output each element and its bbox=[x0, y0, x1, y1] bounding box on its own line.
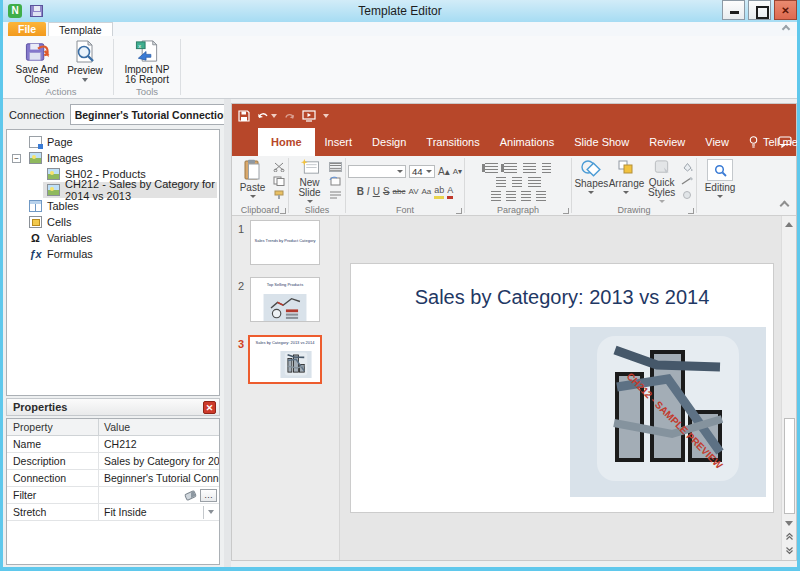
tree-item-tables[interactable]: Tables bbox=[7, 198, 219, 214]
actions-group: Save And Close Preview Actions bbox=[9, 36, 113, 98]
justify-icon[interactable] bbox=[536, 191, 546, 201]
tab-slide-show[interactable]: Slide Show bbox=[564, 128, 639, 156]
quick-styles-button[interactable]: Quick Styles bbox=[644, 159, 679, 203]
property-cell: Name bbox=[7, 436, 99, 452]
table-row-description[interactable]: Description Sales by Category for 2014 v… bbox=[7, 453, 219, 470]
paste-button[interactable]: Paste bbox=[234, 159, 271, 203]
ribbon-collapse-chevron-icon[interactable] bbox=[782, 25, 790, 33]
character-spacing-button[interactable]: AV bbox=[408, 186, 418, 198]
shape-fill-icon[interactable] bbox=[681, 162, 694, 172]
slide-thumbnail-2[interactable]: Top Selling Products bbox=[250, 277, 320, 322]
editing-button[interactable]: Editing bbox=[700, 159, 740, 203]
line-spacing-icon[interactable] bbox=[523, 163, 536, 173]
pp-ribbon-collapse-chevron-icon[interactable] bbox=[780, 201, 790, 211]
change-case-button[interactable]: Aa bbox=[422, 186, 432, 198]
scroll-down-icon[interactable] bbox=[784, 518, 794, 528]
eraser-icon[interactable] bbox=[184, 490, 197, 501]
import-np16-button[interactable]: x Import NP 16 Report bbox=[118, 39, 176, 85]
tree-item-page[interactable]: Page bbox=[7, 134, 219, 150]
slide-thumbnail-3[interactable]: Sales by Category: 2013 vs 2014 bbox=[248, 335, 322, 384]
tab-transitions[interactable]: Transitions bbox=[416, 128, 489, 156]
arrange-button[interactable]: Arrange bbox=[609, 159, 645, 203]
underline-button[interactable]: U bbox=[373, 186, 380, 198]
next-slide-icon[interactable] bbox=[784, 545, 794, 555]
save-icon[interactable] bbox=[238, 110, 250, 122]
reset-icon[interactable] bbox=[329, 176, 342, 186]
grow-font-icon[interactable]: A▴ bbox=[438, 166, 450, 178]
previous-slide-icon[interactable] bbox=[784, 531, 794, 541]
section-icon[interactable] bbox=[329, 190, 342, 200]
minimize-button[interactable] bbox=[722, 0, 745, 20]
text-shadow-button[interactable]: abc bbox=[393, 186, 406, 198]
redo-icon-disabled[interactable] bbox=[284, 111, 295, 122]
preview-button[interactable]: Preview bbox=[61, 39, 109, 85]
tree-item-ch212[interactable]: CH212 - Sales by Category for 2014 vs 20… bbox=[7, 182, 219, 198]
start-slideshow-icon[interactable] bbox=[302, 110, 316, 122]
table-row-stretch[interactable]: Stretch Fit Inside bbox=[7, 504, 219, 521]
tree-item-variables[interactable]: Ω Variables bbox=[7, 230, 219, 246]
table-row-name[interactable]: Name CH212 bbox=[7, 436, 219, 453]
tab-review[interactable]: Review bbox=[639, 128, 695, 156]
tab-design[interactable]: Design bbox=[362, 128, 416, 156]
italic-button[interactable]: I bbox=[367, 186, 370, 198]
tab-insert[interactable]: Insert bbox=[315, 128, 363, 156]
shrink-font-icon[interactable]: A▾ bbox=[453, 166, 462, 178]
tab-view[interactable]: View bbox=[695, 128, 739, 156]
thumbnail-title: Top Selling Products bbox=[251, 282, 319, 287]
font-name-combo[interactable] bbox=[348, 165, 406, 178]
file-tab[interactable]: File bbox=[8, 22, 46, 36]
new-slide-button[interactable]: New Slide bbox=[293, 159, 327, 203]
tree-item-images[interactable]: − Images bbox=[7, 150, 219, 166]
bold-button[interactable]: B bbox=[357, 186, 364, 198]
template-tab[interactable]: Template bbox=[48, 22, 113, 36]
highlight-color-button[interactable]: ab bbox=[434, 184, 444, 199]
undo-button[interactable] bbox=[257, 111, 277, 122]
layout-icon[interactable] bbox=[329, 162, 342, 172]
tree-item-cells[interactable]: Cells bbox=[7, 214, 219, 230]
align-right-icon[interactable] bbox=[521, 191, 531, 201]
cut-icon[interactable] bbox=[273, 162, 286, 172]
scroll-up-icon[interactable] bbox=[784, 219, 794, 229]
copy-icon[interactable] bbox=[273, 176, 286, 186]
save-and-close-button[interactable]: Save And Close bbox=[13, 39, 61, 85]
numbering-icon[interactable] bbox=[504, 163, 517, 173]
slide[interactable]: Sales by Category: 2013 vs 2014 CH212 - … bbox=[350, 263, 774, 513]
decrease-indent-icon[interactable] bbox=[496, 177, 506, 187]
table-row-filter[interactable]: Filter … bbox=[7, 487, 219, 504]
tab-animations[interactable]: Animations bbox=[490, 128, 564, 156]
slide-thumbnail-1[interactable]: Sales Trends by Product Category bbox=[250, 220, 320, 265]
slide-title[interactable]: Sales by Category: 2013 vs 2014 bbox=[351, 286, 773, 309]
panel-splitter[interactable] bbox=[224, 99, 231, 567]
tab-home[interactable]: Home bbox=[258, 128, 315, 156]
align-center-icon[interactable] bbox=[506, 191, 516, 201]
paragraph-group: Paragraph bbox=[465, 156, 571, 215]
image-placeholder[interactable]: CH212 - SAMPLE PREVIEW bbox=[570, 327, 766, 497]
clipboard-group-label: Clipboard bbox=[232, 205, 288, 215]
font-size-combo[interactable]: 44 bbox=[409, 165, 435, 178]
stretch-dropdown-button[interactable] bbox=[203, 506, 217, 519]
strikethrough-button[interactable]: S bbox=[383, 186, 390, 198]
shape-outline-icon[interactable] bbox=[681, 176, 694, 186]
vertical-scrollbar[interactable] bbox=[781, 216, 796, 560]
filter-ellipsis-button[interactable]: … bbox=[200, 489, 217, 502]
close-button[interactable]: ✕ bbox=[774, 0, 797, 20]
columns-icon[interactable] bbox=[528, 177, 541, 187]
increase-indent-icon[interactable] bbox=[512, 177, 522, 187]
tree-item-formulas[interactable]: ƒx Formulas bbox=[7, 246, 219, 262]
find-icon bbox=[714, 164, 727, 177]
qat-customize-caret-icon[interactable] bbox=[323, 114, 329, 118]
maximize-button[interactable] bbox=[748, 0, 771, 20]
format-painter-icon[interactable] bbox=[273, 190, 286, 200]
align-left-icon[interactable] bbox=[491, 191, 501, 201]
comments-icon[interactable] bbox=[778, 134, 792, 152]
font-color-button[interactable]: A bbox=[447, 184, 453, 199]
shapes-button[interactable]: Shapes bbox=[574, 159, 609, 203]
bullets-icon[interactable] bbox=[485, 163, 498, 173]
properties-close-icon[interactable]: ✕ bbox=[203, 401, 216, 414]
text-direction-icon[interactable] bbox=[542, 163, 551, 173]
shape-effects-icon[interactable] bbox=[681, 190, 694, 200]
collapse-box-icon[interactable]: − bbox=[12, 154, 21, 163]
scrollbar-thumb[interactable] bbox=[784, 418, 795, 514]
table-row-connection[interactable]: Connection Beginner's Tutorial Connectio bbox=[7, 470, 219, 487]
arrange-label: Arrange bbox=[609, 179, 645, 189]
